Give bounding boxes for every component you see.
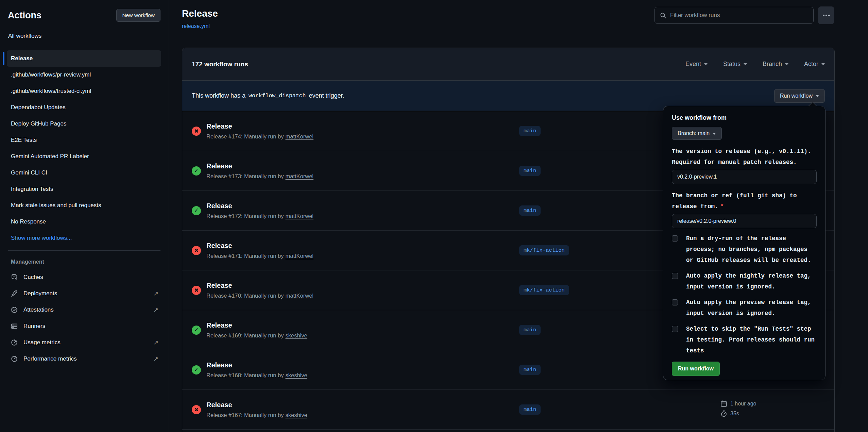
- run-actor-link[interactable]: skeshive: [285, 412, 307, 418]
- run-description: Release #171: Manually run bymattKorwel: [206, 253, 519, 259]
- branch-badge[interactable]: main: [519, 325, 541, 335]
- sidebar-item-caches[interactable]: Caches ↗: [0, 269, 169, 285]
- preview-tag-checkbox[interactable]: [672, 299, 678, 305]
- dry-run-checkbox[interactable]: [672, 235, 678, 242]
- run-actor-link[interactable]: mattKorwel: [285, 213, 313, 219]
- run-actor-link[interactable]: skeshive: [285, 332, 307, 338]
- ref-input-label: The branch or ref (full git sha) to rele…: [672, 190, 817, 212]
- search-input[interactable]: [670, 12, 808, 19]
- branch-badge[interactable]: main: [519, 365, 541, 375]
- run-title-link[interactable]: Release: [206, 401, 232, 409]
- run-desc-text: Release #169: Manually run by: [206, 332, 284, 338]
- run-summary: Release Release #174: Manually run bymat…: [206, 122, 519, 140]
- run-desc-text: Release #171: Manually run by: [206, 253, 284, 259]
- sidebar-item-workflow[interactable]: .github/workflows/pr-review.yml: [7, 67, 161, 83]
- sidebar-item-workflow[interactable]: Mark stale issues and pull requests: [7, 197, 161, 214]
- skip-tests-checkbox[interactable]: [672, 326, 678, 332]
- run-desc-text: Release #168: Manually run by: [206, 372, 284, 378]
- ref-input[interactable]: [672, 214, 817, 228]
- kebab-horizontal-icon: [826, 15, 827, 16]
- sidebar-item-workflow[interactable]: No Response: [7, 214, 161, 230]
- sidebar-item-workflow[interactable]: Dependabot Updates: [7, 99, 161, 116]
- run-desc-text: Release #174: Manually run by: [206, 133, 284, 139]
- run-title-link[interactable]: Release: [206, 361, 232, 369]
- filter-event[interactable]: Event: [685, 61, 708, 68]
- sidebar-item-workflow[interactable]: Gemini CLI CI: [7, 165, 161, 181]
- sidebar-item-label: Gemini CLI CI: [11, 169, 47, 176]
- filter-status[interactable]: Status: [723, 61, 747, 68]
- status-success-icon: [192, 365, 201, 375]
- sidebar-item-usage-metrics[interactable]: Usage metrics ↗: [0, 334, 169, 351]
- workflow-file-link[interactable]: release.yml: [182, 23, 210, 29]
- run-summary: Release Release #168: Manually run byske…: [206, 361, 519, 379]
- sidebar-item-label: Deployments: [23, 290, 57, 297]
- actions-page: Actions New workflow All workflows Relea…: [0, 0, 868, 432]
- run-actor-link[interactable]: skeshive: [285, 372, 307, 378]
- server-icon: [11, 323, 18, 330]
- chevron-down-icon: [816, 95, 819, 97]
- branch-selector-button[interactable]: Branch: main: [672, 127, 722, 140]
- run-description: Release #173: Manually run bymattKorwel: [206, 173, 519, 180]
- branch-badge[interactable]: main: [519, 166, 541, 176]
- workflow-header: Release release.yml: [169, 0, 868, 48]
- run-title-link[interactable]: Release: [206, 122, 232, 130]
- sidebar-item-all-workflows[interactable]: All workflows: [0, 25, 169, 41]
- cache-icon: [11, 274, 18, 281]
- sidebar-item-runners[interactable]: Runners ↗: [0, 318, 169, 334]
- search-icon: [660, 12, 666, 19]
- run-title-link[interactable]: Release: [206, 202, 232, 210]
- run-actor-link[interactable]: mattKorwel: [285, 293, 313, 299]
- run-title-link[interactable]: Release: [206, 162, 232, 170]
- run-title-link[interactable]: Release: [206, 242, 232, 249]
- run-workflow-submit-button[interactable]: Run workflow: [672, 362, 720, 376]
- sidebar-item-label: Runners: [23, 323, 45, 330]
- sidebar-item-label: Performance metrics: [23, 355, 77, 362]
- sidebar-header: Actions New workflow: [0, 0, 169, 25]
- chevron-down-icon: [785, 63, 788, 65]
- banner-text: event trigger.: [309, 92, 344, 99]
- sidebar-item-label: Integration Tests: [11, 186, 53, 193]
- status-success-icon: [192, 166, 201, 176]
- sidebar-item-workflow[interactable]: E2E Tests: [7, 132, 161, 148]
- run-title-link[interactable]: Release: [206, 282, 232, 289]
- run-duration: 35s: [720, 410, 756, 417]
- sidebar-item-deployments[interactable]: Deployments ↗: [0, 285, 169, 302]
- run-title-link[interactable]: Release: [206, 321, 232, 329]
- sidebar-item-attestations[interactable]: Attestations ↗: [0, 302, 169, 318]
- sidebar-item-workflow[interactable]: Gemini Automated PR Labeler: [7, 148, 161, 165]
- workflow-run-row[interactable]: Release Release #167: Manually run byske…: [182, 390, 834, 430]
- branch-badge[interactable]: main: [519, 205, 541, 216]
- sidebar-item-performance-metrics[interactable]: Performance metrics ↗: [0, 351, 169, 367]
- run-summary: Release Release #167: Manually run byske…: [206, 401, 519, 418]
- runs-list-header: 172 workflow runs Event Status Branch Ac…: [182, 48, 834, 81]
- sidebar: Actions New workflow All workflows Relea…: [0, 0, 169, 432]
- filter-runs-searchbox[interactable]: [654, 7, 814, 24]
- branch-badge[interactable]: mk/fix-action: [519, 245, 569, 255]
- filter-branch[interactable]: Branch: [763, 61, 788, 68]
- run-actor-link[interactable]: mattKorwel: [285, 173, 313, 179]
- sidebar-item-workflow[interactable]: Integration Tests: [7, 181, 161, 197]
- new-workflow-button[interactable]: New workflow: [116, 9, 160, 22]
- run-workflow-dropdown-button[interactable]: Run workflow: [774, 89, 825, 103]
- chevron-down-icon: [713, 133, 716, 135]
- sidebar-divider: [8, 250, 160, 251]
- sidebar-item-workflow[interactable]: .github/workflows/trusted-ci.yml: [7, 83, 161, 99]
- sidebar-item-workflow[interactable]: Release: [7, 50, 161, 67]
- version-input[interactable]: [672, 170, 817, 184]
- run-actor-link[interactable]: mattKorwel: [285, 133, 313, 139]
- status-failure-icon: [192, 405, 201, 414]
- sidebar-item-workflow[interactable]: Deploy GitHub Pages: [7, 116, 161, 132]
- show-more-workflows-link[interactable]: Show more workflows...: [0, 230, 169, 246]
- run-desc-text: Release #172: Manually run by: [206, 213, 284, 219]
- workflow-options-button[interactable]: [818, 6, 834, 24]
- meter-icon: [11, 355, 18, 362]
- run-actor-link[interactable]: mattKorwel: [285, 253, 313, 259]
- branch-badge[interactable]: mk/fix-action: [519, 285, 569, 295]
- branch-badge[interactable]: main: [519, 404, 541, 415]
- filter-actor[interactable]: Actor: [804, 61, 825, 68]
- external-link-icon: ↗: [153, 290, 158, 297]
- run-desc-text: Release #167: Manually run by: [206, 412, 284, 418]
- branch-badge[interactable]: main: [519, 126, 541, 136]
- nightly-tag-checkbox[interactable]: [672, 273, 678, 279]
- run-meta: 1 hour ago 35s: [720, 400, 756, 417]
